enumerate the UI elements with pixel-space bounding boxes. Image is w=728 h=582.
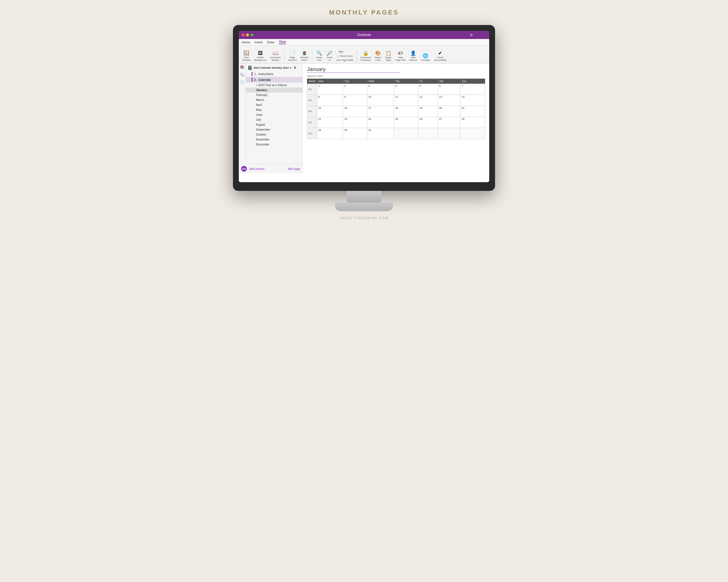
day-cell[interactable]: 28 [460,117,485,128]
day-cell[interactable]: 10 [367,95,394,106]
day-cell[interactable]: 12 [418,95,438,106]
day-cell[interactable]: 26 [418,117,438,128]
day-cell[interactable]: 14 [460,95,485,106]
page-september[interactable]: September [246,127,303,132]
cal-header-wed: Wed [367,79,394,84]
section-bar-calendar [252,78,253,82]
day-cell[interactable]: 11 [394,95,418,106]
zoom-out-button[interactable]: 🔍 ZoomOut [314,50,324,62]
check-accessibility-button[interactable]: ✔ CheckAccessibility [433,50,448,62]
sort-icon[interactable]: ⇅ [294,66,296,69]
immersive-reader-button[interactable]: 📖 ImmersiveReader [269,50,282,62]
minimize-button[interactable] [246,33,249,36]
hide-page-title-button[interactable]: 🏷 HidePage Title [394,50,407,62]
password-protection-button[interactable]: 🔒 PasswordProtection [359,50,372,62]
page-march[interactable]: March [246,98,303,103]
notebook-header[interactable]: 📓 2024 Calendar Monday Start ▾ ⇅ [246,64,303,71]
day-cell[interactable]: 20 [438,106,460,117]
reset-zoom-icon: ↔ [336,54,339,58]
cal-header-sun: Sun [460,79,485,84]
translate-icon: 🌐 [422,54,428,58]
page-june[interactable]: June [246,112,303,117]
page-october[interactable]: October [246,132,303,137]
zoom-in-button[interactable]: 🔎 ZoomIn [325,50,334,62]
titlebar-app-name: OneNote [357,33,371,37]
cal-header-fri: Fri [418,79,438,84]
page-november[interactable]: November [246,137,303,142]
reset-zoom-button[interactable]: ↔ Reset Zoom [335,54,354,58]
day-cell[interactable]: 15 [317,106,343,117]
day-cell[interactable]: 27 [438,117,460,128]
search-nav-icon[interactable]: 🔍 [239,72,245,77]
day-cell[interactable]: 3 [367,84,394,95]
day-cell[interactable]: 4 [394,84,418,95]
day-cell[interactable]: 7 [460,84,485,95]
menu-draw[interactable]: Draw [267,40,275,44]
close-button[interactable] [242,33,244,36]
page-january[interactable]: January [246,88,303,92]
new-window-button[interactable]: 🪟 NewWindow [241,50,252,62]
page-versions-icon: 📄 [289,51,295,56]
day-cell[interactable]: 9 [343,95,367,106]
day-cell[interactable]: 21 [460,106,485,117]
zoom-input[interactable] [335,50,346,54]
switch-background-button[interactable]: 🖼 SwitchBackground [253,50,268,62]
page-july[interactable]: July [246,117,303,122]
day-cell[interactable]: 8 [317,95,343,106]
section-instructions[interactable]: 1 - Instructions [246,71,303,77]
section-instructions-label: 1 - Instructions [254,73,274,76]
page-august[interactable]: August [246,122,303,127]
deleted-notes-button[interactable]: 🗑 DeletedNotes [300,50,310,62]
day-cell[interactable]: 19 [418,106,438,117]
menu-view[interactable]: View [279,40,286,44]
day-cell[interactable] [438,128,460,139]
maximize-button[interactable] [251,33,253,36]
page-title-input[interactable] [307,66,400,73]
settings-icon[interactable]: ⚙ [470,33,473,37]
day-cell[interactable]: 6 [438,84,460,95]
page-february[interactable]: February [246,92,303,98]
menu-insert[interactable]: Insert [255,40,263,44]
year-glance-label: 2024 Year at a Glance [258,84,287,87]
translate-button[interactable]: 🌐 Translate [420,53,432,62]
add-page-button[interactable]: Add page [288,167,300,170]
page-width-button[interactable]: ⟺ Page Width [335,58,354,62]
switch-background-icon: 🖼 [258,51,263,56]
day-cell[interactable]: 13 [438,95,460,106]
table-row: W315161718192021 [307,106,485,117]
day-cell[interactable] [418,128,438,139]
day-cell[interactable]: 18 [394,106,418,117]
paper-style-button[interactable]: 📋 PaperStyle [384,50,393,62]
day-cell[interactable] [460,128,485,139]
day-cell[interactable]: 24 [367,117,394,128]
ribbon-group-view-tools: 🔒 PasswordProtection 🎨 PaperColor 📋 Pape… [359,50,450,62]
page-year-glance[interactable]: ▾ 2024 Year at a Glance [246,83,303,88]
page-versions-button[interactable]: 📄 PageVersions [287,50,298,62]
section-calendar[interactable]: 2 - Calendar [246,77,303,83]
add-section-button[interactable]: Add section [249,167,264,170]
menu-home[interactable]: Home [242,40,250,44]
page-april[interactable]: April [246,103,303,107]
day-cell[interactable]: 30 [343,128,367,139]
day-cell[interactable]: 16 [343,106,367,117]
day-cell[interactable]: 5 [418,84,438,95]
monitor-body: OneNote ⚙ ↗ Share Home Insert Draw View [233,25,495,191]
share-button[interactable]: ↗ Share [475,33,486,37]
day-cell[interactable]: 22 [317,117,343,128]
day-cell[interactable]: 23 [343,117,367,128]
notebook-nav-icon[interactable]: 📚 [239,64,245,70]
day-cell[interactable]: 1 [317,84,343,95]
day-cell[interactable]: 2 [343,84,367,95]
hide-authors-button[interactable]: 👤 HideAuthors [408,50,418,62]
day-cell[interactable]: 25 [394,117,418,128]
page-december[interactable]: December [246,142,303,147]
immersive-reader-icon: 📖 [272,51,278,56]
day-cell[interactable]: 17 [367,106,394,117]
day-cell[interactable]: 29 [317,128,343,139]
notebook-name: 2024 Calendar Monday Start [254,66,289,69]
page-may[interactable]: May [246,107,303,112]
recent-nav-icon[interactable]: 🕐 [239,80,245,85]
paper-color-button[interactable]: 🎨 PaperColor [373,50,383,62]
day-cell[interactable] [394,128,418,139]
day-cell[interactable]: 31 [367,128,394,139]
